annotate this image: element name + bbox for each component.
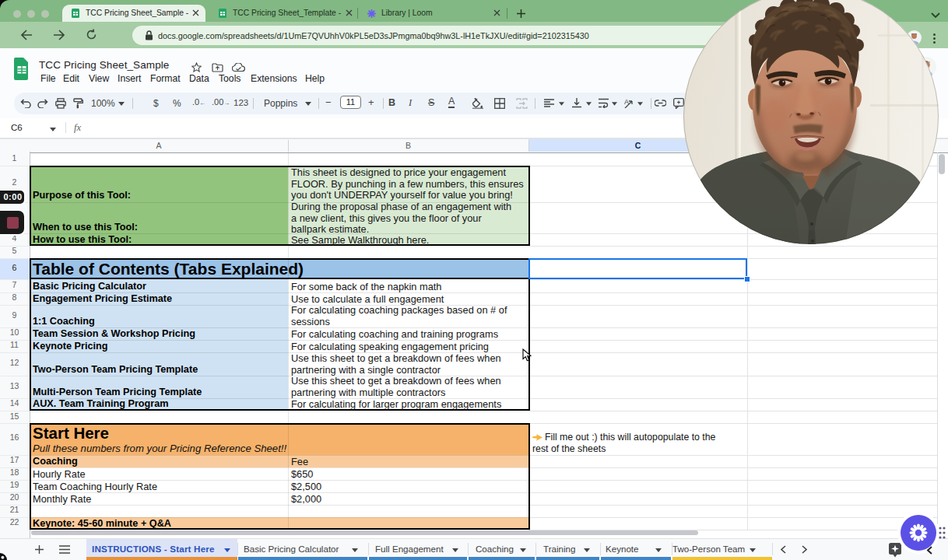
svg-text:A: A: [624, 98, 629, 106]
